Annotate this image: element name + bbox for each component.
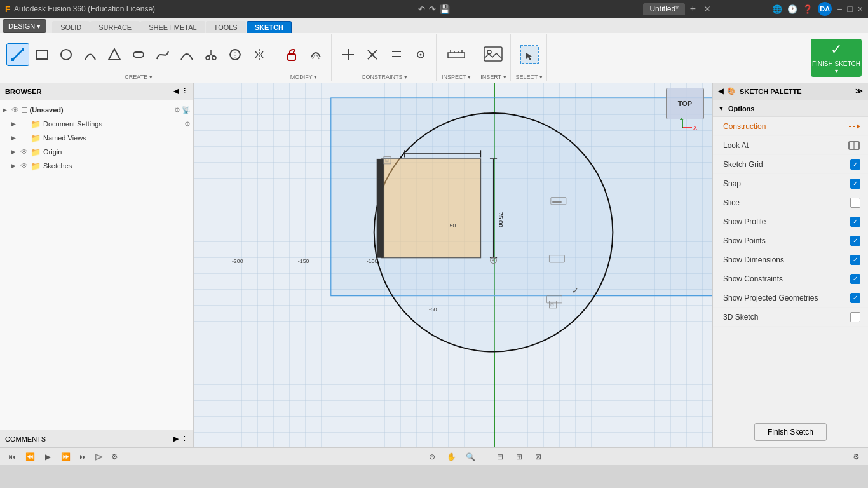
- zoom-tool-btn[interactable]: 🔍: [463, 451, 477, 463]
- sketch-grid-checkbox[interactable]: ✓: [850, 159, 860, 170]
- tree-item-named-views[interactable]: ▶ 📁 Named Views: [0, 131, 193, 145]
- tab-item-active[interactable]: Untitled*: [643, 3, 684, 15]
- palette-row-show-constraints[interactable]: Show Constraints ✓: [713, 269, 868, 288]
- constraints-label[interactable]: CONSTRAINTS ▾: [362, 74, 407, 80]
- options-section[interactable]: ▼ Options: [713, 100, 868, 117]
- view-cube-face-top[interactable]: TOP: [666, 88, 704, 119]
- snap-checkbox[interactable]: ✓: [850, 179, 860, 189]
- new-tab-btn[interactable]: +: [690, 3, 696, 15]
- tab-sketch[interactable]: SKETCH: [247, 21, 292, 33]
- display-mode-btn[interactable]: ⊟: [493, 451, 507, 463]
- view-cube[interactable]: TOP X Z: [663, 88, 707, 132]
- show-dimensions-checkbox[interactable]: ✓: [850, 255, 860, 265]
- tree-item-doc-settings[interactable]: ▶ 📁 Document Settings ⚙: [0, 117, 193, 131]
- tab-solid[interactable]: SOLID: [52, 21, 90, 33]
- next-frame-btn[interactable]: ⏭: [76, 451, 90, 463]
- construction-icon[interactable]: [848, 121, 860, 132]
- palette-row-sketch-grid[interactable]: Sketch Grid ✓: [713, 155, 868, 174]
- settings-btn-right[interactable]: ⚙: [849, 451, 863, 463]
- 3d-sketch-checkbox[interactable]: [850, 312, 860, 322]
- tree-item-origin[interactable]: ▶ 👁 📁 Origin: [0, 145, 193, 159]
- save-icon[interactable]: 💾: [440, 4, 450, 14]
- palette-row-look-at[interactable]: Look At: [713, 136, 868, 155]
- palette-row-slice[interactable]: Slice: [713, 193, 868, 212]
- mirror-tool-btn[interactable]: [248, 43, 271, 66]
- insert-label[interactable]: INSERT ▾: [480, 74, 506, 80]
- undo-btn[interactable]: ↶: [418, 4, 425, 14]
- lock-tool-btn[interactable]: [280, 43, 303, 66]
- rectangle-tool-btn[interactable]: [31, 43, 53, 66]
- step-back-btn[interactable]: ⏪: [23, 451, 37, 463]
- grid-btn[interactable]: ⊞: [512, 451, 526, 463]
- settings-icon-doc[interactable]: ⚙: [184, 120, 191, 128]
- show-projected-checkbox[interactable]: ✓: [850, 293, 860, 303]
- look-at-icon[interactable]: [848, 140, 860, 151]
- orbit-tool-btn[interactable]: ⊙: [425, 451, 439, 463]
- tree-item-sketches[interactable]: ▶ 👁 📁 Sketches: [0, 159, 193, 173]
- view-layout-btn[interactable]: ⊠: [531, 451, 545, 463]
- browser-options-btn[interactable]: ⋮: [181, 87, 188, 95]
- prev-frame-btn[interactable]: ⏮: [5, 451, 19, 463]
- inspect-label[interactable]: INSPECT ▾: [442, 74, 471, 80]
- palette-row-snap[interactable]: Snap ✓: [713, 174, 868, 193]
- palette-collapse-icon[interactable]: ◀: [718, 87, 723, 95]
- select-label[interactable]: SELECT ▾: [516, 74, 543, 80]
- design-dropdown[interactable]: DESIGN ▾: [3, 19, 46, 33]
- step-fwd-btn[interactable]: ⏩: [58, 451, 72, 463]
- comments-options-btn[interactable]: ⋮: [181, 435, 188, 443]
- play-btn[interactable]: ▶: [41, 451, 55, 463]
- minimize-btn[interactable]: −: [837, 4, 842, 14]
- parallel-btn[interactable]: [385, 43, 408, 66]
- ellipse-tool-btn[interactable]: [224, 43, 247, 66]
- tab-tools[interactable]: TOOLS: [206, 21, 246, 33]
- vis-icon[interactable]: 👁: [11, 105, 22, 114]
- horizontal-constraint-btn[interactable]: [337, 43, 360, 66]
- measure-btn[interactable]: [445, 43, 468, 66]
- show-points-checkbox[interactable]: ✓: [850, 236, 860, 246]
- pan-tool-btn[interactable]: ✋: [444, 451, 458, 463]
- slot-tool-btn[interactable]: [127, 43, 150, 66]
- palette-row-3d-sketch[interactable]: 3D Sketch: [713, 308, 868, 327]
- spline-tool-btn[interactable]: [151, 43, 174, 66]
- maximize-btn[interactable]: □: [847, 4, 852, 14]
- arc-tool-btn[interactable]: [79, 43, 102, 66]
- tab-close-btn[interactable]: ✕: [703, 4, 711, 14]
- redo-btn[interactable]: ↷: [429, 4, 436, 14]
- finish-sketch-btn[interactable]: ✓ FINISH SKETCH ▾: [811, 39, 862, 77]
- perpendicular-btn[interactable]: [361, 43, 384, 66]
- vis-icon-sketches[interactable]: 👁: [20, 161, 31, 170]
- comments-expand-btn[interactable]: ▶: [173, 435, 179, 443]
- history-icon[interactable]: 🕐: [787, 4, 797, 14]
- line-tool-btn[interactable]: [6, 43, 29, 66]
- settings-icon[interactable]: ⚙: [174, 106, 180, 114]
- coincident-btn[interactable]: [409, 43, 432, 66]
- browser-collapse-btn[interactable]: ◀: [173, 87, 179, 95]
- tree-item-unsaved[interactable]: ▶ 👁 □ (Unsaved) ⚙ 📡: [0, 103, 193, 117]
- settings-cog-btn[interactable]: ⚙: [107, 451, 121, 463]
- palette-row-show-points[interactable]: Show Points ✓: [713, 231, 868, 250]
- broadcast-icon[interactable]: 📡: [182, 106, 191, 114]
- canvas-area[interactable]: 75.00 -50 -50 -200 -150 -100 ▬▬: [194, 83, 712, 447]
- circle-tool-btn[interactable]: [55, 43, 78, 66]
- modify-label[interactable]: MODIFY ▾: [290, 74, 317, 80]
- show-constraints-checkbox[interactable]: ✓: [850, 274, 860, 284]
- offset-tool-btn[interactable]: [304, 43, 327, 66]
- help-icon[interactable]: ❓: [803, 4, 813, 14]
- palette-row-show-dimensions[interactable]: Show Dimensions ✓: [713, 250, 868, 269]
- tab-sheet-metal[interactable]: SHEET METAL: [140, 21, 205, 33]
- show-profile-checkbox[interactable]: ✓: [850, 217, 860, 227]
- select-btn[interactable]: [518, 43, 541, 66]
- slice-checkbox[interactable]: [850, 198, 860, 208]
- scissors-tool-btn[interactable]: [200, 43, 222, 66]
- vis-icon-origin[interactable]: 👁: [20, 147, 31, 156]
- finish-sketch-palette-btn[interactable]: Finish Sketch: [754, 423, 827, 441]
- palette-expand-icon[interactable]: ≫: [855, 87, 863, 95]
- palette-row-construction[interactable]: Construction: [713, 117, 868, 136]
- close-btn[interactable]: ×: [858, 4, 863, 14]
- tab-surface[interactable]: SURFACE: [90, 21, 140, 33]
- palette-row-show-profile[interactable]: Show Profile ✓: [713, 212, 868, 231]
- insert-image-btn[interactable]: [482, 43, 505, 66]
- create-label[interactable]: CREATE ▾: [125, 74, 152, 80]
- user-avatar[interactable]: DA: [818, 2, 832, 16]
- palette-row-show-projected[interactable]: Show Projected Geometries ✓: [713, 288, 868, 308]
